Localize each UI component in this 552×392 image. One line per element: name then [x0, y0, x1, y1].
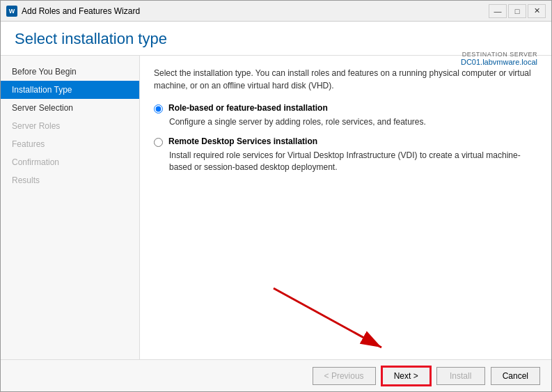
radio-remote-desktop[interactable] — [154, 138, 163, 147]
sidebar: Before You Begin Installation Type Serve… — [1, 56, 140, 359]
close-button[interactable]: ✕ — [528, 4, 546, 18]
page-header: Select installation type DESTINATION SER… — [1, 22, 551, 56]
window-controls: — □ ✕ — [489, 4, 546, 18]
page-description: Select the installation type. You can in… — [154, 67, 537, 92]
radio-remote-desktop-label[interactable]: Remote Desktop Services installation — [168, 136, 317, 146]
next-button[interactable]: Next > — [381, 366, 431, 386]
previous-button[interactable]: < Previous — [313, 367, 376, 385]
sidebar-item-server-selection[interactable]: Server Selection — [1, 99, 139, 117]
page-title: Select installation type — [15, 30, 537, 48]
sidebar-item-installation-type[interactable]: Installation Type — [1, 81, 139, 99]
install-button: Install — [436, 367, 485, 385]
radio-role-based[interactable] — [154, 104, 163, 113]
cancel-button[interactable]: Cancel — [491, 367, 540, 385]
option-remote-desktop: Remote Desktop Services installation Ins… — [154, 136, 537, 173]
sidebar-item-server-roles: Server Roles — [1, 117, 139, 135]
maximize-button[interactable]: □ — [508, 4, 526, 18]
content-area: Before You Begin Installation Type Serve… — [1, 56, 551, 359]
sidebar-item-features: Features — [1, 135, 139, 153]
window-icon: W — [6, 6, 17, 17]
radio-role-based-label[interactable]: Role-based or feature-based installation — [168, 103, 328, 113]
sidebar-item-results: Results — [1, 171, 139, 189]
footer: < Previous Next > Install Cancel — [1, 359, 551, 391]
radio-role-based-desc: Configure a single server by adding role… — [169, 116, 537, 128]
wizard-window: W Add Roles and Features Wizard — □ ✕ Se… — [0, 0, 552, 392]
main-panel: Select the installation type. You can in… — [140, 56, 551, 359]
option-role-based: Role-based or feature-based installation… — [154, 103, 537, 128]
minimize-button[interactable]: — — [489, 4, 507, 18]
radio-remote-desktop-desc: Install required role services for Virtu… — [169, 150, 537, 173]
sidebar-item-before-you-begin[interactable]: Before You Begin — [1, 63, 139, 81]
window-title: Add Roles and Features Wizard — [22, 6, 489, 16]
sidebar-item-confirmation: Confirmation — [1, 153, 139, 171]
titlebar: W Add Roles and Features Wizard — □ ✕ — [1, 1, 551, 22]
